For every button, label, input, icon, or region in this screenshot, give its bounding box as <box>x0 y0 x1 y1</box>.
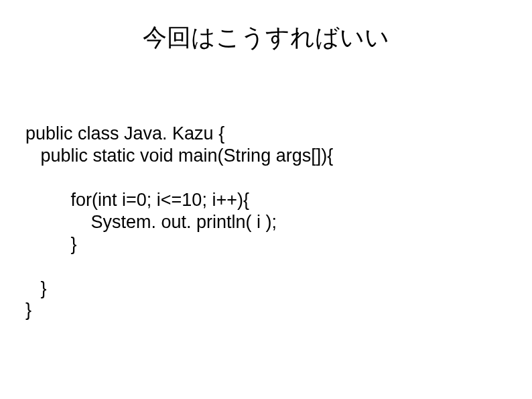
code-line: public class Java. Kazu { <box>25 123 224 144</box>
code-line: for(int i=0; i<=10; i++){ <box>25 190 249 210</box>
code-line: } <box>25 234 77 254</box>
code-line: } <box>25 300 31 320</box>
slide: 今回はこうすればいい public class Java. Kazu { pub… <box>0 0 532 399</box>
code-line: System. out. println( i ); <box>25 212 277 232</box>
slide-title: 今回はこうすればいい <box>0 21 532 54</box>
code-block: public class Java. Kazu { public static … <box>25 101 333 321</box>
code-line: public static void main(String args[]){ <box>25 146 333 166</box>
code-line: } <box>25 278 47 298</box>
